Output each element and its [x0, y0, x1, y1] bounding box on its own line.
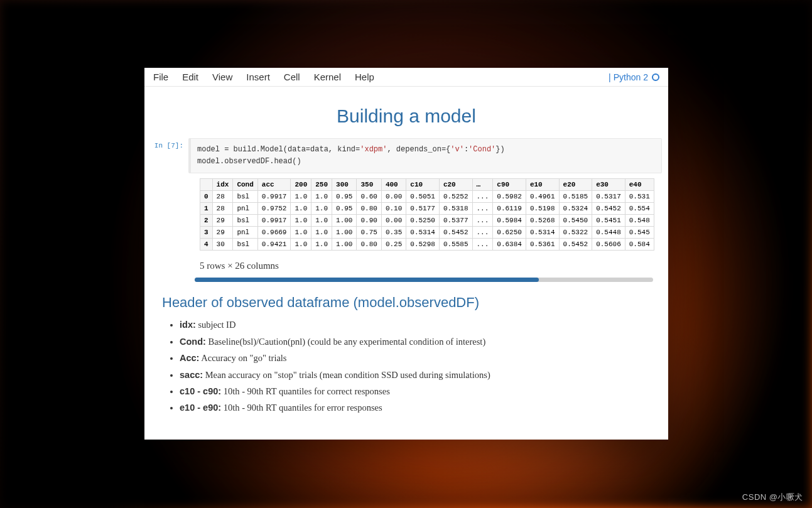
list-item: e10 - e90: 10th - 90th RT quantiles for … [180, 400, 662, 416]
list-item: c10 - c90: 10th - 90th RT quantiles for … [180, 384, 662, 399]
notebook-window: File Edit View Insert Cell Kernel Help |… [144, 68, 668, 440]
menu-cell[interactable]: Cell [284, 72, 300, 82]
list-item: Cond: Baseline(bsl)/Caution(pnl) (could … [180, 334, 662, 350]
table-row: 128pnl0.97521.01.00.950.800.100.51770.53… [200, 203, 654, 215]
menu-help[interactable]: Help [355, 72, 374, 82]
dataframe-footer: 5 rows × 26 columns [200, 261, 662, 271]
horizontal-scrollbar[interactable] [195, 278, 653, 282]
menu-kernel[interactable]: Kernel [314, 72, 341, 82]
field-list: idx: subject ID Cond: Baseline(bsl)/Caut… [180, 317, 662, 416]
page-title: Building a model [151, 105, 662, 127]
list-item: Acc: Accuracy on "go" trials [180, 350, 662, 366]
section-header: Header of observed dataframe (model.obse… [162, 295, 662, 311]
table-row: 229bsl0.99171.01.01.000.900.000.52500.53… [200, 215, 654, 227]
kernel-name: Python 2 [614, 72, 648, 82]
table-row: 430bsl0.94211.01.01.000.800.250.52980.55… [200, 239, 654, 251]
scrollbar-thumb[interactable] [195, 278, 539, 282]
dataframe-table: idxCondacc 200250300 350400c10 c20…c90 e… [200, 178, 654, 251]
output-area: idxCondacc 200250300 350400c10 c20…c90 e… [200, 178, 662, 256]
menu-view[interactable]: View [212, 72, 232, 82]
code-cell[interactable]: In [7]: model = build.Model(data=data, k… [151, 138, 662, 173]
menu-insert[interactable]: Insert [246, 72, 270, 82]
notebook-content: Building a model In [7]: model = build.M… [144, 87, 668, 436]
table-row: 028bsl0.99171.01.00.950.600.000.50510.52… [200, 191, 654, 203]
kernel-indicator[interactable]: | Python 2 [609, 72, 659, 82]
input-prompt: In [7]: [151, 138, 188, 173]
watermark: CSDN @小噘犬 [742, 492, 803, 503]
table-row: 329pnl0.96691.01.01.000.750.350.53140.54… [200, 227, 654, 239]
table-header-row: idxCondacc 200250300 350400c10 c20…c90 e… [200, 179, 654, 191]
code-input[interactable]: model = build.Model(data=data, kind='xdp… [188, 138, 662, 173]
kernel-status-icon [652, 73, 659, 81]
list-item: idx: subject ID [180, 317, 662, 333]
list-item: sacc: Mean accuracy on "stop" trials (me… [180, 367, 662, 383]
menu-file[interactable]: File [153, 72, 168, 82]
menubar: File Edit View Insert Cell Kernel Help |… [144, 68, 668, 87]
menu-edit[interactable]: Edit [182, 72, 198, 82]
